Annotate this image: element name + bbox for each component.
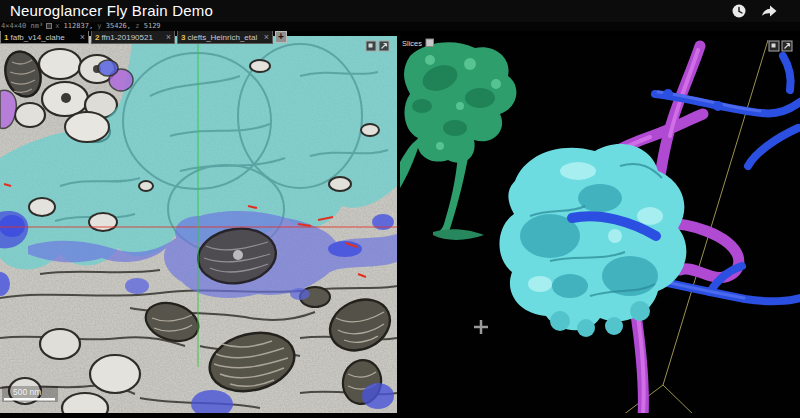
layer-name: ffn1-20190521 bbox=[101, 33, 161, 42]
mesh-3d-view[interactable]: Slices bbox=[400, 36, 800, 418]
share-arrow-icon[interactable] bbox=[760, 3, 778, 19]
layer-number: 3 bbox=[181, 33, 185, 42]
close-layer-icon[interactable]: × bbox=[166, 33, 171, 41]
position-bar: 4×4×40 nm³x 112837, y 35426, z 5129 bbox=[0, 22, 800, 31]
slices-label: Slices bbox=[402, 39, 422, 48]
mesh-3d-panel[interactable]: Slices bbox=[400, 36, 800, 418]
layer-name: fafb_v14_clahe bbox=[10, 33, 75, 42]
x-axis-label: x bbox=[55, 22, 59, 30]
z-coordinate[interactable]: 5129 bbox=[144, 22, 161, 30]
y-coordinate[interactable]: 35426, bbox=[106, 22, 131, 30]
voxel-size-label: 4×4×40 nm³ bbox=[1, 22, 43, 30]
y-axis-label: y bbox=[97, 22, 101, 30]
layer-tab-fafb-v14-clahe[interactable]: 1 fafb_v14_clahe × bbox=[0, 30, 89, 44]
scale-bar: 500 nm bbox=[2, 386, 58, 402]
video-title: Neuroglancer Fly Brain Demo bbox=[10, 2, 213, 19]
copy-position-icon[interactable] bbox=[46, 23, 52, 29]
z-axis-label: z bbox=[135, 22, 139, 30]
layer-tab-clefts-heinrich-etal[interactable]: 3 clefts_Heinrich_etal × bbox=[177, 30, 273, 44]
close-layer-icon[interactable]: × bbox=[264, 33, 269, 41]
layer-number: 1 bbox=[4, 33, 8, 42]
scale-bar-label: 500 nm bbox=[13, 387, 41, 397]
add-layer-button[interactable]: + bbox=[275, 31, 287, 43]
panel-square-icon-inner bbox=[772, 44, 776, 48]
neuroglancer-app: Neuroglancer Fly Brain Demo 4×4×40 nm³x … bbox=[0, 0, 800, 418]
layer-number: 2 bbox=[95, 33, 99, 42]
layer-tab-bar: 1 fafb_v14_clahe × 2 ffn1-20190521 × 3 c… bbox=[0, 30, 287, 44]
panel-square-icon-inner bbox=[369, 44, 373, 48]
letterbox-strip bbox=[0, 413, 800, 418]
watch-later-icon[interactable] bbox=[730, 3, 748, 19]
x-coordinate[interactable]: 112837, bbox=[64, 22, 94, 30]
video-title-bar: Neuroglancer Fly Brain Demo bbox=[0, 0, 800, 22]
close-layer-icon[interactable]: × bbox=[80, 33, 85, 41]
layer-name: clefts_Heinrich_etal bbox=[187, 33, 259, 42]
slices-checkbox[interactable] bbox=[426, 39, 434, 47]
em-slice-view[interactable]: 500 nm bbox=[0, 36, 397, 418]
em-slice-panel[interactable]: 500 nm bbox=[0, 36, 397, 418]
layer-tab-ffn1-20190521[interactable]: 2 ffn1-20190521 × bbox=[91, 30, 175, 44]
slices-control[interactable]: Slices bbox=[402, 39, 434, 48]
